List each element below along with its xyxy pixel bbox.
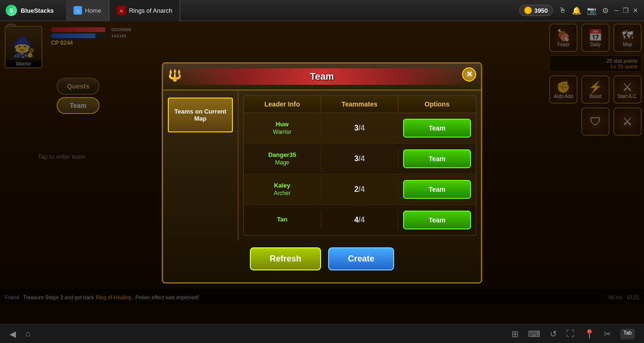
scissors-icon[interactable]: ✂ [604, 329, 611, 339]
dialog-footer: Refresh Create [163, 240, 481, 273]
col-options: Options [398, 96, 476, 113]
teammate-count-1: 3/4 [354, 124, 364, 132]
bell-icon[interactable]: 🔔 [572, 6, 581, 15]
leader-name-4: Tan [248, 216, 316, 223]
teammate-count-3: 2/4 [354, 185, 364, 193]
teammates-cell-4: 4/4 [321, 210, 398, 230]
close-button[interactable]: ✕ [633, 7, 638, 14]
tab-label[interactable]: Tab [620, 329, 635, 339]
close-dialog-button[interactable]: ✕ [462, 67, 476, 82]
leader-class-2: Mage [248, 159, 316, 166]
topbar: B BlueStacks ⌂ Home ⚔ Rings of Anarch 39… [0, 0, 644, 21]
table-row: Danger35 Mage 3/4 Team [244, 144, 476, 174]
dialog-overlay: 🔱 Team 🔱 ✕ Teams on Current Map Leader I… [0, 21, 644, 324]
join-team-button-4[interactable]: Team [403, 211, 471, 229]
leader-name-1: Huw [248, 121, 316, 128]
coins-amount: 3950 [534, 7, 548, 14]
col-teammates: Teammates [321, 96, 398, 113]
home-tab[interactable]: ⌂ Home [66, 0, 109, 21]
col-leader-info: Leader Info [244, 96, 321, 113]
game-tab[interactable]: ⚔ Rings of Anarch [109, 0, 181, 21]
dialog-header: 🔱 Team 🔱 ✕ [163, 64, 481, 90]
create-button[interactable]: Create [328, 247, 394, 270]
bottom-nav-icons: ◀ ⌂ [9, 329, 31, 339]
minimize-button[interactable]: ─ [614, 7, 619, 14]
table-row: Huw Warrior 3/4 Team [244, 113, 476, 144]
game-tab-label: Rings of Anarch [129, 7, 173, 14]
taskbar-icon[interactable]: ⊞ [512, 329, 519, 339]
leader-info-cell-3: Kaley Archer [244, 176, 321, 202]
table-header: Leader Info Teammates Options [243, 95, 476, 113]
left-tab-panel: Teams on Current Map [163, 90, 239, 240]
game-background: 55 🧙 Warrior 5310/5565 141/181 [0, 21, 644, 324]
coins-display: 3950 [519, 5, 553, 16]
leader-info-cell-1: Huw Warrior [244, 115, 321, 141]
fullscreen-icon[interactable]: ⛶ [566, 329, 575, 339]
topbar-right: 3950 🖱 🔔 📷 ⚙ ─ ❐ ✕ [519, 5, 644, 16]
leader-class-3: Archer [248, 190, 316, 196]
teammate-count-4: 4/4 [354, 216, 364, 224]
table-row: Kaley Archer 2/4 Team [244, 174, 476, 205]
teammates-cell-2: 3/4 [321, 149, 398, 169]
teams-list: Huw Warrior 3/4 Team [243, 113, 476, 236]
location-icon[interactable]: 📍 [584, 329, 594, 339]
leader-info-cell-4: Tan [244, 210, 321, 229]
join-team-button-2[interactable]: Team [403, 149, 471, 168]
home-icon: ⌂ [74, 6, 82, 15]
settings-icon[interactable]: ⚙ [602, 6, 609, 15]
game-tab-icon: ⚔ [117, 6, 126, 15]
window-controls: ─ ❐ ✕ [614, 7, 638, 14]
team-dialog: 🔱 Team 🔱 ✕ Teams on Current Map Leader I… [162, 62, 482, 284]
coin-icon [524, 7, 532, 14]
join-team-button-1[interactable]: Team [403, 119, 471, 138]
teammates-cell-1: 3/4 [321, 118, 398, 138]
options-cell-2: Team [398, 144, 476, 174]
camera-icon[interactable]: 📷 [587, 6, 596, 15]
refresh-button[interactable]: Refresh [250, 247, 321, 270]
restore-button[interactable]: ❐ [623, 7, 629, 14]
teammates-cell-3: 2/4 [321, 180, 398, 199]
bluestacks-title: BlueStacks [21, 7, 54, 14]
bottom-navbar: ◀ ⌂ ⊞ ⌨ ↺ ⛶ 📍 ✂ Tab [0, 324, 644, 343]
teammate-count-2: 3/4 [354, 155, 364, 163]
leader-info-cell-2: Danger35 Mage [244, 146, 321, 172]
rotate-icon[interactable]: ↺ [550, 329, 557, 339]
dialog-title: Team [310, 71, 334, 82]
options-cell-3: Team [398, 174, 476, 204]
options-cell-1: Team [398, 113, 476, 143]
teams-table-area: Leader Info Teammates Options Huw Warrio… [239, 90, 481, 240]
home-tab-label: Home [85, 7, 101, 14]
bluestacks-logo: B [6, 5, 17, 16]
join-team-button-3[interactable]: Team [403, 180, 471, 199]
cursor-icon[interactable]: 🖱 [559, 6, 566, 15]
dialog-title-bg: Team [168, 68, 476, 85]
leader-name-3: Kaley [248, 182, 316, 189]
options-cell-4: Team [398, 205, 476, 235]
keyboard-icon[interactable]: ⌨ [528, 329, 540, 339]
leader-name-2: Danger35 [248, 151, 316, 158]
teams-on-current-map-tab[interactable]: Teams on Current Map [168, 98, 233, 132]
bluestacks-logo-area: B BlueStacks [0, 5, 66, 16]
dialog-body: Teams on Current Map Leader Info Teammat… [163, 90, 481, 240]
leader-class-1: Warrior [248, 129, 316, 135]
ornament-left: 🔱 [165, 66, 184, 85]
back-button[interactable]: ◀ [9, 329, 16, 339]
home-button[interactable]: ⌂ [25, 329, 31, 339]
table-row: Tan 4/4 Team [244, 205, 476, 235]
bottom-nav-right-icons: ⊞ ⌨ ↺ ⛶ 📍 ✂ Tab [512, 329, 635, 339]
